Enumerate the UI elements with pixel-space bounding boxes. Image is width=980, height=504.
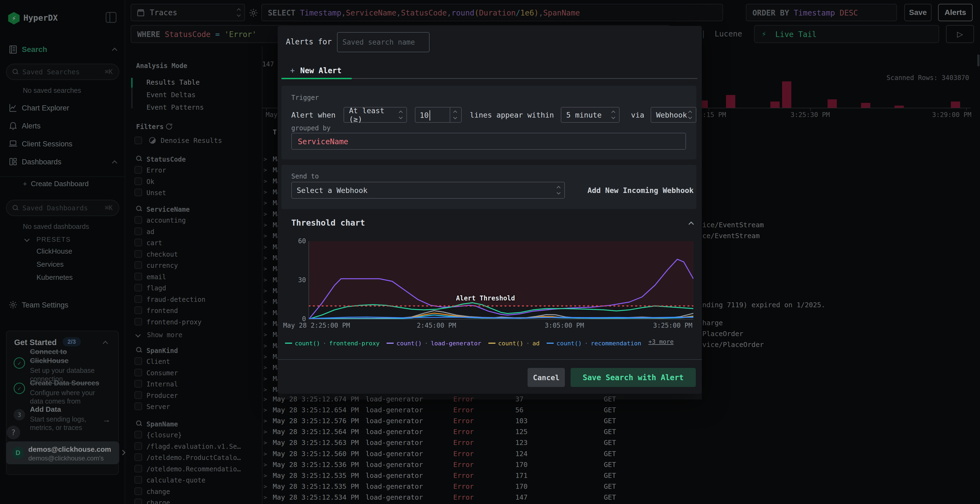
cancel-button[interactable]: Cancel [528, 368, 565, 387]
legend-more-link[interactable]: +3 more [648, 338, 674, 345]
alert-threshold-label: Alert Threshold [456, 294, 515, 302]
channel-select[interactable]: Webhook [651, 107, 696, 123]
alert-when-label: Alert when [291, 111, 336, 119]
webhook-select[interactable]: Select a Webhook [291, 182, 565, 199]
trigger-label: Trigger [291, 94, 319, 102]
text-caret [430, 110, 430, 121]
send-to-label: Send to [291, 173, 319, 180]
chart-x-tick-label: 2:45:00 PM [417, 322, 456, 329]
threshold-input[interactable]: 10 [415, 107, 462, 123]
chart-y-tick-label: 30 [289, 276, 306, 284]
send-to-panel: Send to Select a Webhook Add New Incomin… [282, 165, 696, 209]
chart-legend: count()·frontend-proxycount()·load-gener… [285, 338, 694, 347]
legend-item[interactable]: count()·ad [488, 340, 539, 347]
select-updown-icon [557, 187, 560, 194]
group-by-input[interactable]: ServiceName [291, 133, 686, 149]
legend-dash-icon [488, 343, 495, 344]
legend-item[interactable]: count()·frontend-proxy [285, 340, 379, 347]
group-by-value: ServiceName [298, 137, 348, 146]
comparator-select[interactable]: At least (≥) [344, 107, 407, 123]
chart-x-tick-label: May 28 2:25:00 PM [283, 322, 350, 329]
alert-modal: Alerts for Saved search name +New Alert … [278, 26, 702, 394]
chart-collapse-icon[interactable] [689, 221, 694, 227]
select-updown-icon [399, 111, 402, 119]
tab-underline-active [282, 78, 352, 79]
lines-appear-within-label: lines appear within [470, 111, 554, 119]
legend-item[interactable]: count()·recommendation [547, 340, 641, 347]
via-label: via [631, 111, 644, 119]
select-updown-icon [689, 111, 692, 119]
grouped-by-label: grouped by [291, 124, 331, 132]
saved-search-name-input[interactable]: Saved search name [337, 32, 430, 52]
window-select[interactable]: 5 minute [561, 107, 620, 123]
footer-divider [278, 359, 702, 360]
legend-dash-icon [387, 343, 394, 344]
add-webhook-button[interactable]: Add New Incoming Webhook [587, 186, 694, 195]
chart-x-tick-label: 3:05:00 PM [545, 322, 584, 329]
legend-item[interactable]: count()·load-generator [387, 340, 481, 347]
legend-dash-icon [285, 343, 292, 344]
threshold-chart: Alert Threshold [309, 241, 694, 320]
alerts-for-label: Alerts for [286, 37, 332, 46]
trigger-panel: Trigger Alert when At least (≥) 10 lines… [282, 86, 696, 159]
legend-dash-icon [547, 343, 554, 344]
new-alert-tab[interactable]: +New Alert [290, 66, 342, 75]
save-search-with-alert-button[interactable]: Save Search with Alert [571, 368, 696, 387]
threshold-chart-title: Threshold chart [291, 218, 365, 227]
plus-icon: + [290, 66, 295, 75]
chart-y-tick-label: 60 [289, 237, 306, 245]
tab-underline-track [352, 78, 697, 79]
saved-search-name-placeholder: Saved search name [342, 38, 415, 46]
select-updown-icon [612, 111, 615, 119]
stepper[interactable] [450, 108, 461, 122]
hyperdx-app: ⚡ HyperDX Search Saved Searches ⌘K No sa… [0, 0, 980, 504]
chart-x-tick-label: 3:25:00 PM [653, 322, 692, 329]
